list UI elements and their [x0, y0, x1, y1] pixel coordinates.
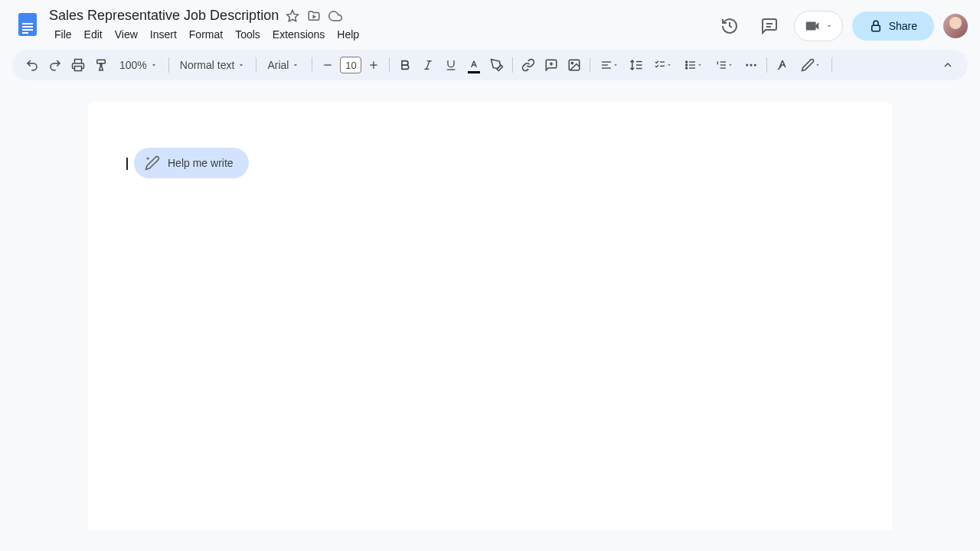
chevron-down-icon [666, 62, 672, 68]
separator [590, 57, 590, 73]
separator [389, 57, 390, 73]
document-title[interactable]: Sales Representative Job Description [49, 8, 279, 24]
menu-view[interactable]: View [109, 25, 143, 44]
decrease-font-button[interactable] [317, 54, 338, 76]
docs-logo[interactable] [12, 9, 43, 40]
font-size-value: 10 [345, 60, 356, 71]
print-button[interactable] [67, 54, 89, 76]
line-spacing-button[interactable] [626, 54, 647, 76]
clear-formatting-button[interactable] [772, 54, 793, 76]
text-color-button[interactable] [463, 54, 485, 76]
menu-help[interactable]: Help [332, 25, 364, 44]
svg-rect-8 [871, 25, 880, 31]
redo-button[interactable] [44, 54, 66, 76]
italic-button[interactable] [417, 54, 439, 76]
style-dropdown[interactable]: Normal text [174, 56, 252, 74]
svg-point-32 [686, 67, 688, 69]
document-page[interactable]: Help me write [88, 102, 892, 530]
share-label: Share [889, 20, 917, 32]
svg-rect-4 [22, 32, 28, 34]
align-button[interactable] [595, 54, 624, 76]
chevron-down-icon [825, 22, 833, 30]
comments-icon[interactable] [754, 11, 785, 41]
svg-rect-3 [22, 23, 33, 24]
svg-line-15 [426, 61, 430, 70]
underline-button[interactable] [440, 54, 462, 76]
highlight-button[interactable] [486, 54, 508, 76]
svg-point-39 [746, 64, 749, 67]
menu-format[interactable]: Format [184, 25, 228, 44]
paint-format-button[interactable] [90, 54, 112, 76]
svg-point-40 [750, 64, 753, 67]
svg-point-30 [686, 61, 688, 63]
text-color-swatch [468, 71, 480, 73]
menu-insert[interactable]: Insert [145, 25, 182, 44]
chevron-down-icon [292, 61, 299, 69]
insert-image-button[interactable] [564, 54, 585, 76]
zoom-dropdown[interactable]: 100% [113, 56, 164, 74]
svg-rect-9 [75, 67, 82, 71]
svg-point-20 [572, 62, 573, 64]
header: Sales Representative Job Description Fil… [0, 0, 980, 44]
menu-extensions[interactable]: Extensions [267, 25, 330, 44]
title-row: Sales Representative Job Description [49, 8, 714, 24]
checklist-button[interactable] [648, 54, 678, 76]
numbered-list-button[interactable] [710, 54, 739, 76]
svg-marker-5 [287, 10, 299, 21]
chevron-down-icon [697, 62, 703, 68]
chevron-down-icon [727, 62, 733, 68]
more-options-button[interactable] [740, 54, 762, 76]
chevron-down-icon [815, 62, 821, 68]
menu-tools[interactable]: Tools [230, 25, 266, 44]
history-icon[interactable] [714, 11, 745, 41]
move-folder-icon[interactable] [306, 8, 322, 24]
style-value: Normal text [180, 59, 235, 71]
canvas-area: Help me write [0, 86, 980, 530]
undo-button[interactable] [21, 54, 43, 76]
menu-bar: File Edit View Insert Format Tools Exten… [49, 25, 714, 44]
header-right: Share [714, 6, 968, 41]
font-size-input[interactable]: 10 [340, 57, 361, 73]
help-me-write-chip[interactable]: Help me write [134, 148, 249, 178]
separator [312, 57, 312, 73]
font-value: Arial [267, 59, 289, 71]
link-button[interactable] [518, 54, 539, 76]
svg-rect-1 [22, 26, 33, 28]
separator [256, 57, 256, 73]
editing-mode-button[interactable] [795, 54, 827, 76]
bullet-list-button[interactable] [679, 54, 708, 76]
separator [168, 57, 169, 73]
avatar[interactable] [943, 14, 968, 38]
toolbar: 100% Normal text Arial 10 [12, 50, 968, 80]
bold-button[interactable] [394, 54, 416, 76]
font-dropdown[interactable]: Arial [261, 56, 307, 74]
help-write-label: Help me write [168, 157, 234, 169]
separator [831, 57, 832, 73]
svg-point-31 [686, 64, 688, 66]
collapse-toolbar-button[interactable] [937, 54, 959, 76]
share-button[interactable]: Share [852, 11, 934, 41]
text-cursor [126, 158, 128, 170]
menu-file[interactable]: File [49, 25, 77, 44]
title-area: Sales Representative Job Description Fil… [49, 6, 714, 44]
menu-edit[interactable]: Edit [79, 25, 108, 44]
separator [766, 57, 767, 73]
star-icon[interactable] [285, 8, 300, 24]
increase-font-button[interactable] [363, 54, 384, 76]
separator [512, 57, 513, 73]
add-comment-button[interactable] [541, 54, 562, 76]
video-call-button[interactable] [794, 11, 843, 41]
chevron-down-icon [612, 62, 619, 68]
chevron-down-icon [237, 61, 245, 69]
zoom-value: 100% [119, 59, 147, 71]
svg-rect-2 [22, 29, 33, 31]
magic-pen-icon [145, 155, 160, 171]
cloud-saved-icon[interactable] [328, 8, 343, 24]
lock-icon [869, 19, 883, 33]
svg-point-41 [754, 64, 756, 67]
chevron-down-icon [150, 61, 158, 69]
